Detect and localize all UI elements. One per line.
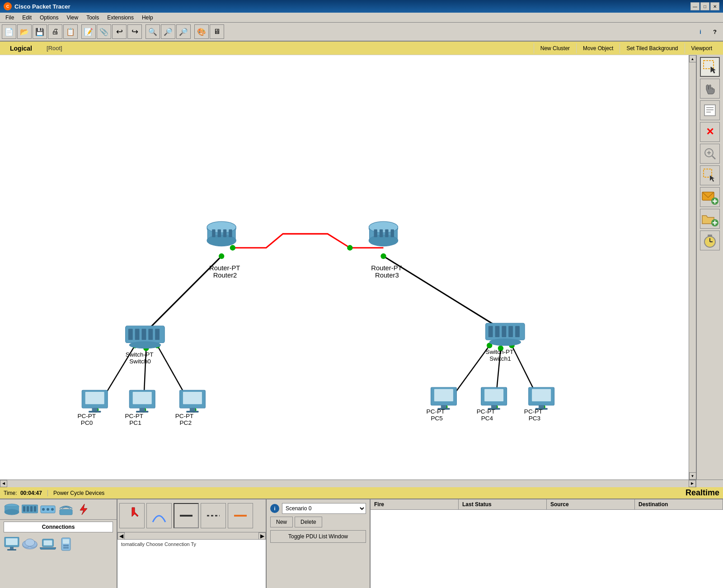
fiber-cable-icon[interactable] — [228, 503, 253, 528]
zoom-tool-btn[interactable] — [700, 144, 720, 164]
svg-rect-47 — [385, 229, 388, 237]
scroll-left-btn[interactable]: ◀ — [0, 480, 7, 487]
laptop-device-icon[interactable] — [40, 538, 56, 550]
new-cluster-btn[interactable]: New Cluster — [534, 43, 576, 53]
scenario-dropdown[interactable]: Scenario 0 — [282, 503, 366, 514]
conn-scroll-track[interactable] — [125, 532, 258, 539]
custom-dev-btn[interactable]: 🖥 — [210, 24, 224, 39]
menu-help[interactable]: Help — [138, 14, 157, 22]
svg-rect-53 — [135, 329, 140, 340]
menu-tools[interactable]: Tools — [83, 14, 103, 22]
delete-tool-btn[interactable]: ✕ — [700, 122, 720, 142]
undo-btn[interactable]: ↩ — [112, 24, 127, 39]
pdu-table-body[interactable] — [371, 510, 723, 588]
svg-point-157 — [63, 547, 65, 549]
auto-connect-icon[interactable] — [119, 503, 145, 528]
right-tool-panel: ✕ — [696, 55, 723, 480]
delete-scenario-btn[interactable]: Delete — [295, 517, 322, 527]
switch-device-icon[interactable] — [22, 503, 38, 516]
device-icons-bottom — [0, 534, 117, 554]
help-btn[interactable]: ? — [709, 25, 721, 38]
viewport-btn[interactable]: Viewport — [685, 43, 718, 53]
svg-rect-38 — [229, 229, 232, 237]
svg-point-138 — [47, 508, 49, 511]
scroll-right-btn[interactable]: ▶ — [689, 480, 696, 487]
save-btn[interactable]: 💾 — [33, 24, 47, 39]
resize-tool-btn[interactable] — [700, 165, 720, 185]
phone-device-icon[interactable] — [58, 538, 74, 550]
serial-cable-icon[interactable] — [174, 503, 199, 528]
scroll-track-right[interactable] — [689, 62, 696, 472]
svg-rect-70 — [85, 392, 104, 404]
wireless-device-icon[interactable] — [58, 503, 74, 516]
pc-end-device-icon[interactable] — [4, 538, 20, 550]
canvas[interactable]: Router-PT Router2 Router-PT Router3 — [0, 55, 689, 480]
copy-btn[interactable]: 📋 — [63, 24, 78, 39]
add-pdu-btn[interactable] — [700, 187, 720, 207]
device-icons-top — [0, 499, 117, 520]
svg-point-149 — [25, 539, 35, 546]
open-file-btn[interactable]: 📂 — [17, 24, 32, 39]
redo-btn[interactable]: ↪ — [127, 24, 142, 39]
svg-rect-46 — [380, 229, 383, 237]
router-device-icon[interactable] — [4, 503, 20, 516]
zoom-out-btn[interactable]: 🔎 — [161, 24, 175, 39]
conn-scrollbar[interactable]: ◀ ▶ — [117, 532, 266, 539]
scroll-up-btn[interactable]: ▲ — [689, 55, 696, 62]
svg-text:PC-PT: PC-PT — [477, 408, 495, 415]
copper-crossover-icon[interactable] — [201, 503, 226, 528]
svg-point-154 — [63, 545, 65, 546]
pdu-col-source: Source — [547, 499, 635, 509]
menu-bar: File Edit Options View Tools Extensions … — [0, 13, 723, 23]
svg-line-112 — [712, 156, 715, 159]
move-object-btn[interactable]: Move Object — [576, 43, 620, 53]
palette-btn[interactable]: 🎨 — [194, 24, 209, 39]
link-btn[interactable]: 📎 — [97, 24, 111, 39]
clock-btn[interactable] — [700, 230, 720, 250]
minimize-button[interactable]: — — [690, 2, 700, 10]
zoom-in-btn[interactable]: 🔍 — [146, 24, 160, 39]
conn-scroll-right[interactable]: ▶ — [258, 532, 266, 540]
svg-text:Router3: Router3 — [375, 272, 399, 279]
hand-tool-btn[interactable] — [700, 79, 720, 99]
hub-device-icon[interactable] — [40, 503, 56, 516]
close-button[interactable]: ✕ — [710, 2, 719, 10]
print-btn[interactable]: 🖨 — [48, 24, 62, 39]
set-tiled-bg-btn[interactable]: Set Tiled Background — [620, 43, 684, 53]
menu-file[interactable]: File — [2, 14, 18, 22]
connections-icon[interactable] — [76, 503, 92, 516]
scroll-track-bottom[interactable] — [7, 480, 689, 487]
info-btn[interactable]: i — [694, 25, 707, 38]
menu-edit[interactable]: Edit — [19, 14, 35, 22]
console-cable-icon[interactable] — [146, 503, 172, 528]
svg-text:Switch-PT: Switch-PT — [126, 351, 154, 358]
selection-tool-btn[interactable] — [700, 57, 720, 77]
svg-rect-35 — [212, 229, 215, 237]
zoom-fit-btn[interactable]: 🔎 — [176, 24, 191, 39]
power-cycle-btn[interactable]: Power Cycle Devices — [48, 490, 110, 496]
time-value: 00:04:47 — [20, 490, 42, 496]
note-tool-btn[interactable] — [700, 100, 720, 120]
menu-extensions[interactable]: Extensions — [103, 14, 137, 22]
svg-rect-54 — [142, 329, 146, 340]
menu-options[interactable]: Options — [36, 14, 62, 22]
svg-rect-48 — [391, 229, 394, 237]
toggle-pdu-btn[interactable]: Toggle PDU List Window — [270, 530, 366, 543]
new-scenario-btn[interactable]: New — [270, 517, 293, 527]
svg-point-155 — [65, 545, 67, 546]
scroll-down-btn[interactable]: ▼ — [689, 472, 696, 480]
svg-rect-37 — [223, 229, 226, 237]
bottom-panel: Connections — [0, 499, 723, 588]
conn-scroll-left[interactable]: ◀ — [117, 532, 125, 540]
toolbar: 📄 📂 💾 🖨 📋 📝 📎 ↩ ↪ 🔍 🔎 🔎 🎨 🖥 i ? — [0, 23, 723, 42]
new-file-btn[interactable]: 📄 — [2, 24, 16, 39]
svg-rect-135 — [34, 506, 36, 512]
cloud-device-icon[interactable] — [22, 538, 38, 550]
add-complex-pdu-btn[interactable] — [700, 209, 720, 229]
svg-rect-144 — [10, 547, 14, 549]
toolbar-right: i ? — [694, 25, 721, 38]
paste-btn[interactable]: 📝 — [81, 24, 96, 39]
maximize-button[interactable]: □ — [700, 2, 709, 10]
scenario-row: i Scenario 0 — [270, 503, 366, 514]
menu-view[interactable]: View — [63, 14, 82, 22]
